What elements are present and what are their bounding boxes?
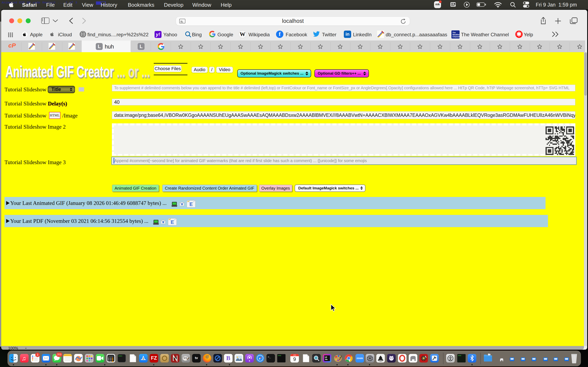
svg-text:E: E [190, 201, 193, 207]
svg-text:E: E [171, 219, 174, 225]
